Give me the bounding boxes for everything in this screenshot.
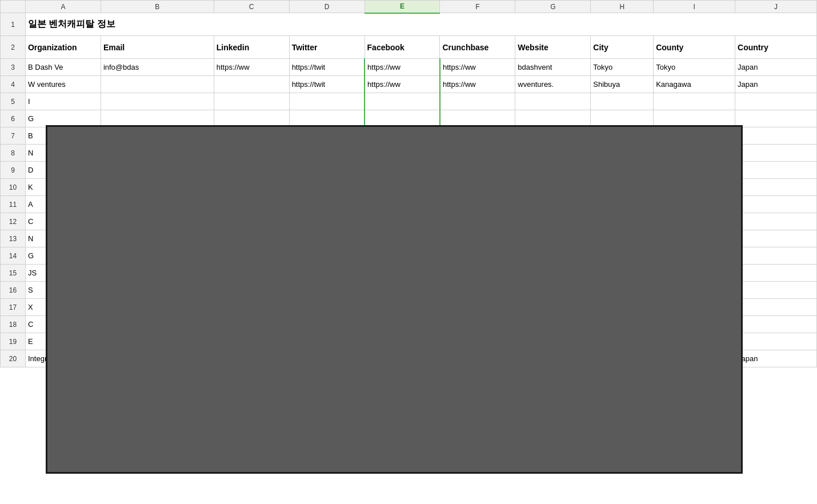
cell-3-C[interactable]: https://ww	[214, 59, 289, 76]
title-cell[interactable]: 일본 벤처캐피탈 정보	[25, 13, 816, 36]
table-row: 3B Dash Veinfo@bdashttps://wwhttps://twi…	[1, 59, 817, 76]
row-num-12: 12	[1, 213, 26, 230]
cell-3-D[interactable]: https://twit	[289, 59, 365, 76]
cell-3-B[interactable]: info@bdas	[101, 59, 214, 76]
row-num-5: 5	[1, 93, 26, 110]
col-header-e[interactable]: E	[365, 1, 440, 13]
header-facebook[interactable]: Facebook	[365, 36, 440, 59]
row-num-4: 4	[1, 76, 26, 93]
row-num-8: 8	[1, 145, 26, 162]
cell-4-F[interactable]: https://ww	[440, 76, 515, 93]
cell-13-J[interactable]	[735, 230, 817, 247]
row-1: 1 일본 벤처캐피탈 정보	[1, 13, 817, 36]
cell-4-H[interactable]: Shibuya	[591, 76, 654, 93]
row-num-6: 6	[1, 110, 26, 127]
row-num-15: 15	[1, 265, 26, 282]
cell-6-I[interactable]	[654, 110, 735, 127]
cell-12-J[interactable]	[735, 213, 817, 230]
row-num-1: 1	[1, 13, 26, 36]
col-header-d[interactable]: D	[289, 1, 365, 13]
cell-5-J[interactable]	[735, 93, 817, 110]
cell-6-D[interactable]	[289, 110, 365, 127]
col-header-c[interactable]: C	[214, 1, 289, 13]
header-website[interactable]: Website	[515, 36, 591, 59]
cell-4-D[interactable]: https://twit	[289, 76, 365, 93]
cell-3-G[interactable]: bdashvent	[515, 59, 591, 76]
header-linkedin[interactable]: Linkedin	[214, 36, 289, 59]
cell-19-J[interactable]	[735, 333, 817, 350]
header-twitter[interactable]: Twitter	[289, 36, 365, 59]
cell-11-J[interactable]	[735, 196, 817, 213]
cell-16-J[interactable]	[735, 282, 817, 299]
cell-15-J[interactable]	[735, 265, 817, 282]
cell-18-J[interactable]	[735, 316, 817, 333]
cell-4-J[interactable]: Japan	[735, 76, 817, 93]
cell-7-J[interactable]	[735, 127, 817, 145]
cell-6-C[interactable]	[214, 110, 289, 127]
cell-3-J[interactable]: Japan	[735, 59, 817, 76]
cell-14-J[interactable]	[735, 247, 817, 265]
table-row: 4W ventureshttps://twithttps://wwhttps:/…	[1, 76, 817, 93]
cell-5-G[interactable]	[515, 93, 591, 110]
row-num-16: 16	[1, 282, 26, 299]
header-email[interactable]: Email	[101, 36, 214, 59]
col-header-b[interactable]: B	[101, 1, 214, 13]
row-2-headers: 2 Organization Email Linkedin Twitter Fa…	[1, 36, 817, 59]
header-country[interactable]: Country	[735, 36, 817, 59]
cell-6-F[interactable]	[440, 110, 515, 127]
cell-6-A[interactable]: G	[25, 110, 101, 127]
header-organization[interactable]: Organization	[25, 36, 101, 59]
cell-3-I[interactable]: Tokyo	[654, 59, 735, 76]
col-header-g[interactable]: G	[515, 1, 591, 13]
row-num-2: 2	[1, 36, 26, 59]
row-num-19: 19	[1, 333, 26, 350]
cell-4-A[interactable]: W ventures	[25, 76, 101, 93]
col-header-i[interactable]: I	[654, 1, 735, 13]
cell-4-E[interactable]: https://ww	[365, 76, 440, 93]
cell-5-F[interactable]	[440, 93, 515, 110]
cell-4-C[interactable]	[214, 76, 289, 93]
cell-5-C[interactable]	[214, 93, 289, 110]
col-header-f[interactable]: F	[440, 1, 515, 13]
spreadsheet: A B C D E F G H I J 1 일본 벤처캐피탈 정보 2 Orga…	[0, 0, 817, 504]
cell-6-E[interactable]	[365, 110, 440, 127]
cell-5-E[interactable]	[365, 93, 440, 110]
corner-header	[1, 1, 26, 13]
cell-17-J[interactable]	[735, 299, 817, 316]
cell-5-D[interactable]	[289, 93, 365, 110]
cell-5-H[interactable]	[591, 93, 654, 110]
cell-4-B[interactable]	[101, 76, 214, 93]
row-num-20: 20	[1, 350, 26, 367]
col-header-j[interactable]: J	[735, 1, 817, 13]
cell-3-E[interactable]: https://ww	[365, 59, 440, 76]
cell-6-H[interactable]	[591, 110, 654, 127]
cell-5-B[interactable]	[101, 93, 214, 110]
col-header-a[interactable]: A	[25, 1, 101, 13]
row-num-7: 7	[1, 127, 26, 145]
cell-4-I[interactable]: Kanagawa	[654, 76, 735, 93]
row-num-14: 14	[1, 247, 26, 265]
header-city[interactable]: City	[591, 36, 654, 59]
table-row: 5I	[1, 93, 817, 110]
cell-3-A[interactable]: B Dash Ve	[25, 59, 101, 76]
cell-3-F[interactable]: https://ww	[440, 59, 515, 76]
cell-3-H[interactable]: Tokyo	[591, 59, 654, 76]
cell-8-J[interactable]	[735, 145, 817, 162]
row-num-10: 10	[1, 179, 26, 196]
cell-10-J[interactable]	[735, 179, 817, 196]
row-num-13: 13	[1, 230, 26, 247]
cell-9-J[interactable]	[735, 162, 817, 179]
cell-5-I[interactable]	[654, 93, 735, 110]
cell-5-A[interactable]: I	[25, 93, 101, 110]
cell-6-J[interactable]	[735, 110, 817, 127]
cell-4-G[interactable]: wventures.	[515, 76, 591, 93]
cell-6-G[interactable]	[515, 110, 591, 127]
dark-overlay	[46, 125, 743, 474]
cell-6-B[interactable]	[101, 110, 214, 127]
cell-20-J[interactable]: Japan	[735, 350, 817, 367]
header-county[interactable]: County	[654, 36, 735, 59]
col-header-h[interactable]: H	[591, 1, 654, 13]
row-num-3: 3	[1, 59, 26, 76]
row-num-9: 9	[1, 162, 26, 179]
header-crunchbase[interactable]: Crunchbase	[440, 36, 515, 59]
